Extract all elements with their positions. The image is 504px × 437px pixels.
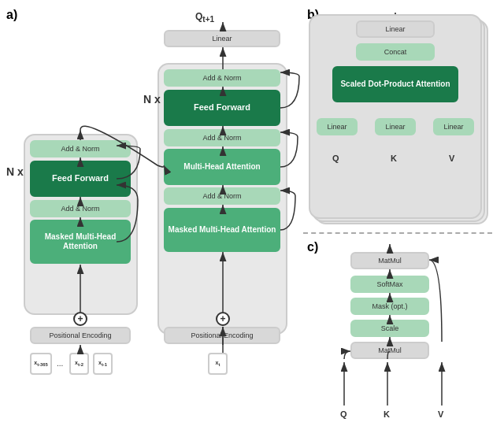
- input-xt: xt: [208, 353, 228, 375]
- input-xt-1: xt-1: [93, 353, 113, 375]
- b-scaled-dot: Scaled Dot-Product Attention: [332, 66, 458, 102]
- encoder-plus-circle: +: [73, 312, 87, 326]
- c-matmul-bottom: MatMul: [350, 342, 429, 359]
- c-k-label: K: [384, 409, 390, 419]
- b-linear-top: Linear: [356, 20, 435, 38]
- b-v-label: V: [449, 154, 454, 163]
- b-k-label: K: [391, 154, 397, 163]
- encoder-feed-forward: Feed Forward: [30, 161, 131, 197]
- input-xt-2: xt-2: [69, 353, 89, 375]
- decoder-add-norm-bottom: Add & Norm: [164, 187, 280, 205]
- nx-label-right: N x: [143, 93, 161, 106]
- b-concat: Concat: [356, 43, 435, 61]
- encoder-add-norm-top: Add & Norm: [30, 140, 131, 157]
- c-v-label: V: [438, 409, 443, 419]
- c-q-label: Q: [340, 409, 347, 419]
- input-dots: ...: [57, 359, 63, 368]
- encoder-positional-encoding: Positional Encoding: [30, 327, 131, 344]
- c-softmax: SoftMax: [350, 276, 429, 293]
- b-linear-q: Linear: [317, 118, 358, 135]
- decoder-feed-forward: Feed Forward: [164, 90, 280, 126]
- decoder-positional-encoding: Positional Encoding: [164, 327, 280, 344]
- c-matmul-top: MatMul: [350, 252, 429, 269]
- section-c-label: c): [307, 240, 318, 254]
- b-q-label: Q: [332, 154, 339, 163]
- diagram-container: a) b) c) N x Add & Norm Feed Forward Add…: [0, 0, 504, 437]
- b-linear-v: Linear: [433, 118, 474, 135]
- input-xt-365: xt-365: [30, 353, 52, 375]
- decoder-masked-attention: Masked Multi-Head Attention: [164, 208, 280, 252]
- decoder-add-norm-mid: Add & Norm: [164, 129, 280, 146]
- c-mask: Mask (opt.): [350, 298, 429, 315]
- encoder-masked-attention: Masked Multi-Head Attention: [30, 220, 131, 264]
- b-linear-k: Linear: [375, 118, 416, 135]
- section-separator: [303, 232, 492, 234]
- output-q-label: Qt+1: [195, 11, 214, 24]
- decoder-plus-circle: +: [216, 312, 230, 326]
- decoder-linear-top: Linear: [164, 30, 280, 47]
- section-a-label: a): [6, 8, 17, 22]
- nx-label-left: N x: [6, 165, 24, 178]
- c-scale: Scale: [350, 320, 429, 337]
- encoder-add-norm-bottom: Add & Norm: [30, 200, 131, 217]
- decoder-add-norm-top: Add & Norm: [164, 69, 280, 87]
- decoder-multi-head-attention: Multi-Head Attention: [164, 149, 280, 185]
